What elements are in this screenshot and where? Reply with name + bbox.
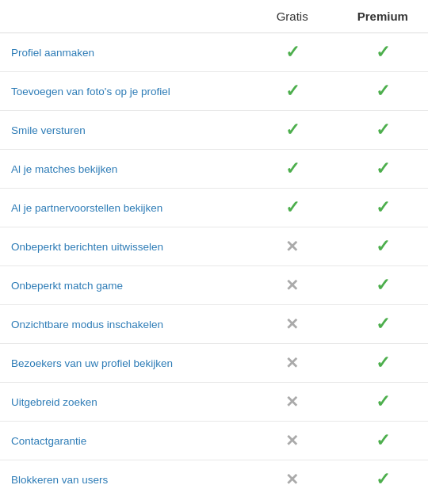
check-green-icon	[376, 314, 390, 334]
premium-cell	[338, 383, 428, 422]
check-green-icon	[376, 430, 390, 451]
premium-cell	[338, 72, 428, 111]
feature-cell: Al je matches bekijken	[0, 150, 247, 189]
gratis-cell	[247, 72, 338, 111]
feature-cell: Contactgarantie	[0, 422, 247, 460]
feature-cell: Toevoegen van foto's op je profiel	[0, 72, 247, 111]
table-header-row: Gratis Premium	[0, 0, 428, 33]
gratis-cell	[247, 460, 338, 499]
check-green-icon	[285, 158, 300, 179]
feature-cell: Smile versturen	[0, 111, 247, 150]
check-green-icon	[285, 81, 300, 101]
gratis-cell	[247, 383, 338, 422]
cross-gray-icon	[285, 315, 299, 334]
gratis-cell	[247, 150, 338, 189]
check-green-icon	[376, 120, 390, 140]
check-green-icon	[376, 81, 390, 101]
premium-cell	[338, 150, 428, 189]
check-green-icon	[376, 469, 390, 490]
cross-gray-icon	[285, 392, 299, 411]
table-row: Onzichtbare modus inschakelen	[0, 305, 428, 344]
table-row: Contactgarantie	[0, 422, 428, 460]
feature-cell: Al je partnervoorstellen bekijken	[0, 189, 247, 227]
feature-cell: Uitgebreid zoeken	[0, 383, 247, 422]
premium-cell	[338, 111, 428, 150]
feature-cell: Onbeperkt match game	[0, 266, 247, 305]
gratis-cell	[247, 111, 338, 150]
table-row: Bezoekers van uw profiel bekijken	[0, 344, 428, 383]
check-green-icon	[376, 197, 390, 218]
cross-gray-icon	[285, 470, 299, 489]
check-green-icon	[376, 353, 390, 373]
cross-gray-icon	[285, 237, 299, 256]
table-row: Onbeperkt berichten uitwisselen	[0, 227, 428, 266]
table-row: Al je partnervoorstellen bekijken	[0, 189, 428, 227]
premium-cell	[338, 305, 428, 344]
check-green-icon	[376, 158, 390, 179]
gratis-column-header: Gratis	[247, 0, 338, 33]
premium-cell	[338, 422, 428, 460]
check-green-icon	[285, 42, 300, 63]
gratis-cell	[247, 422, 338, 460]
cross-gray-icon	[285, 276, 299, 295]
premium-cell	[338, 344, 428, 383]
feature-cell: Profiel aanmaken	[0, 33, 247, 72]
premium-cell	[338, 266, 428, 305]
cross-gray-icon	[285, 353, 299, 372]
cross-gray-icon	[285, 431, 299, 450]
table-row: Onbeperkt match game	[0, 266, 428, 305]
gratis-cell	[247, 344, 338, 383]
feature-cell: Onbeperkt berichten uitwisselen	[0, 227, 247, 266]
table-row: Uitgebreid zoeken	[0, 383, 428, 422]
table-row: Smile versturen	[0, 111, 428, 150]
check-green-icon	[376, 275, 390, 296]
gratis-cell	[247, 33, 338, 72]
check-green-icon	[376, 391, 390, 412]
feature-cell: Onzichtbare modus inschakelen	[0, 305, 247, 344]
check-green-icon	[285, 120, 300, 140]
check-green-icon	[285, 197, 300, 218]
premium-cell	[338, 460, 428, 499]
check-green-icon	[376, 42, 390, 63]
premium-cell	[338, 227, 428, 266]
gratis-cell	[247, 189, 338, 227]
feature-cell: Bezoekers van uw profiel bekijken	[0, 344, 247, 383]
table-row: Blokkeren van users	[0, 460, 428, 499]
premium-cell	[338, 33, 428, 72]
table-row: Al je matches bekijken	[0, 150, 428, 189]
gratis-cell	[247, 305, 338, 344]
table-row: Toevoegen van foto's op je profiel	[0, 72, 428, 111]
comparison-table: Gratis Premium Profiel aanmakenToevoegen…	[0, 0, 428, 498]
gratis-cell	[247, 227, 338, 266]
table-row: Profiel aanmaken	[0, 33, 428, 72]
check-green-icon	[376, 236, 390, 257]
feature-cell: Blokkeren van users	[0, 460, 247, 499]
premium-column-header: Premium	[338, 0, 428, 33]
premium-cell	[338, 189, 428, 227]
gratis-cell	[247, 266, 338, 305]
feature-column-header	[0, 0, 247, 33]
